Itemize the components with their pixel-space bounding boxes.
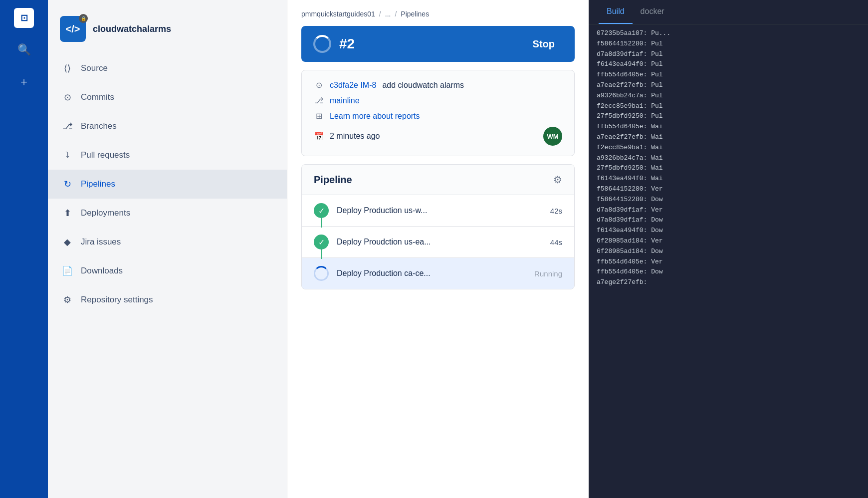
sidebar-item-commits[interactable]: ⊙ Commits bbox=[48, 83, 287, 112]
learn-more-row: ⊞ Learn more about reports bbox=[314, 111, 562, 121]
step-time-2: 44s bbox=[550, 238, 562, 247]
search-icon[interactable]: 🔍 bbox=[14, 40, 34, 60]
pipelines-icon: ↻ bbox=[62, 179, 73, 190]
step-wrapper-3: Deploy Production ca-ce... Running bbox=[302, 257, 574, 289]
right-panel-tabs: Build docker bbox=[589, 0, 868, 24]
step-name-2: Deploy Proudction us-ea... bbox=[337, 238, 542, 247]
sidebar-item-branches[interactable]: ⎇ Branches bbox=[48, 112, 287, 141]
log-line: ffb554d6405e: Pul bbox=[597, 70, 860, 80]
sidebar-label-settings: Repository settings bbox=[81, 295, 153, 305]
tab-build[interactable]: Build bbox=[599, 0, 633, 24]
log-line: f58644152280: Pul bbox=[597, 39, 860, 49]
step-check-success-2: ✓ bbox=[314, 235, 329, 249]
sidebar-label-branches: Branches bbox=[81, 121, 117, 131]
commit-message: add cloudwatch alarms bbox=[382, 81, 464, 90]
log-line: f6143ea494f0: Pul bbox=[597, 59, 860, 70]
sidebar-item-downloads[interactable]: 📄 Downloads bbox=[48, 256, 287, 285]
repo-icon-text: </> bbox=[66, 23, 80, 35]
log-line: ffb554d6405e: Dow bbox=[597, 267, 860, 277]
avatar: WM bbox=[543, 127, 562, 146]
pipeline-header-left: #2 bbox=[313, 35, 355, 53]
sidebar-label-jira: Jira issues bbox=[81, 237, 121, 247]
log-line: f6143ea494f0: Wai bbox=[597, 174, 860, 184]
commit-hash: c3dfa2e bbox=[330, 81, 358, 89]
jira-icon: ◆ bbox=[62, 237, 73, 248]
log-line: f2ecc85e9ba1: Wai bbox=[597, 143, 860, 153]
commit-ref-label: IM-8 bbox=[360, 81, 376, 89]
sidebar-item-source[interactable]: ⟨⟩ Source bbox=[48, 54, 287, 83]
downloads-icon: 📄 bbox=[62, 265, 73, 276]
time-avatar-row: 📅 2 minutes ago WM bbox=[314, 127, 562, 146]
lock-badge: 🔒 bbox=[79, 14, 88, 23]
log-line: 6f28985ad184: Dow bbox=[597, 247, 860, 257]
time-ago: 2 minutes ago bbox=[330, 132, 380, 141]
sidebar-item-deployments[interactable]: ⬆ Deployments bbox=[48, 199, 287, 228]
commit-hash-link[interactable]: c3dfa2e IM-8 bbox=[330, 81, 376, 90]
log-line: d7a8d39df1af: Pul bbox=[597, 49, 860, 60]
breadcrumb-sep-1: / bbox=[379, 10, 381, 18]
create-icon[interactable]: ＋ bbox=[14, 72, 34, 92]
nav-logo[interactable]: ⊡ bbox=[14, 8, 34, 28]
log-line: d7a8d39df1af: Dow bbox=[597, 215, 860, 226]
step-check-success-1: ✓ bbox=[314, 203, 329, 218]
log-line: a9326bb24c7a: Pul bbox=[597, 91, 860, 101]
commit-icon: ⊙ bbox=[314, 80, 324, 90]
repo-header: </> 🔒 cloudwatchalarms bbox=[48, 10, 287, 54]
log-line: a7eae2f27efb: Wai bbox=[597, 132, 860, 143]
branch-icon: ⎇ bbox=[314, 96, 324, 105]
log-line: a7ege2f27efb: bbox=[597, 277, 860, 288]
sidebar-label-deployments: Deployments bbox=[81, 208, 130, 218]
log-line: a7eae2f27efb: Pul bbox=[597, 80, 860, 91]
log-line: f2ecc85e9ba1: Pul bbox=[597, 101, 860, 112]
breadcrumb-part-1: pmmquickstartguides01 bbox=[301, 10, 375, 18]
breadcrumb-part-2: ... bbox=[385, 10, 391, 18]
pull-requests-icon: ⤵ bbox=[62, 150, 73, 161]
clock-icon: 📅 bbox=[314, 132, 324, 141]
pipeline-settings-icon[interactable]: ⚙ bbox=[553, 174, 562, 186]
bitbucket-logo-icon: ⊡ bbox=[20, 12, 28, 23]
branch-info-row: ⎇ mainline bbox=[314, 96, 562, 105]
learn-more-link[interactable]: Learn more about reports bbox=[330, 112, 420, 121]
step-item-3[interactable]: Deploy Production ca-ce... Running bbox=[302, 257, 574, 289]
repo-icon[interactable]: </> 🔒 bbox=[60, 16, 86, 42]
step-name-3: Deploy Production ca-ce... bbox=[337, 269, 526, 278]
log-line: d7a8d39df1af: Ver bbox=[597, 205, 860, 216]
breadcrumb: pmmquickstartguides01 / ... / Pipelines bbox=[287, 0, 589, 26]
step-item-1[interactable]: ✓ Deploy Production us-w... 42s bbox=[302, 195, 574, 226]
pipeline-header-card: #2 Stop bbox=[301, 26, 575, 62]
step-name-1: Deploy Production us-w... bbox=[337, 206, 542, 215]
sidebar-item-jira-issues[interactable]: ◆ Jira issues bbox=[48, 228, 287, 256]
deployments-icon: ⬆ bbox=[62, 208, 73, 219]
sidebar-label-downloads: Downloads bbox=[81, 266, 123, 276]
sidebar-label-source: Source bbox=[81, 63, 108, 73]
log-line: f6143ea494f0: Dow bbox=[597, 226, 860, 236]
log-line: f58644152280: Ver bbox=[597, 184, 860, 195]
sidebar-item-pull-requests[interactable]: ⤵ Pull requests bbox=[48, 141, 287, 170]
pipeline-steps-header: Pipeline ⚙ bbox=[302, 165, 574, 195]
breadcrumb-sep-2: / bbox=[395, 10, 397, 18]
step-item-2[interactable]: ✓ Deploy Proudction us-ea... 44s bbox=[302, 226, 574, 257]
step-check-running-3 bbox=[314, 266, 329, 281]
pipeline-number: #2 bbox=[339, 36, 355, 52]
sidebar-item-repository-settings[interactable]: ⚙ Repository settings bbox=[48, 285, 287, 314]
pipeline-info-card: ⊙ c3dfa2e IM-8 add cloudwatch alarms ⎇ m… bbox=[301, 70, 575, 156]
log-line: a9326bb24c7a: Wai bbox=[597, 153, 860, 164]
log-line: ffb554d6405e: Ver bbox=[597, 257, 860, 267]
step-time-1: 42s bbox=[550, 207, 562, 215]
branches-icon: ⎇ bbox=[62, 121, 73, 132]
pipeline-steps-title: Pipeline bbox=[314, 174, 352, 186]
repo-name: cloudwatchalarms bbox=[93, 24, 171, 34]
commit-info-row: ⊙ c3dfa2e IM-8 add cloudwatch alarms bbox=[314, 80, 562, 90]
tab-docker[interactable]: docker bbox=[633, 0, 672, 24]
stop-button[interactable]: Stop bbox=[525, 35, 563, 53]
log-line: 27f5dbfd9250: Wai bbox=[597, 163, 860, 174]
step-wrapper-2: ✓ Deploy Proudction us-ea... 44s bbox=[302, 226, 574, 257]
steps-list: ✓ Deploy Production us-w... 42s ✓ Deploy… bbox=[302, 195, 574, 289]
sidebar-item-pipelines[interactable]: ↻ Pipelines bbox=[48, 170, 287, 199]
log-line: 07235b5aa107: Pu... bbox=[597, 28, 860, 39]
log-line: ffb554d6405e: Wai bbox=[597, 122, 860, 132]
branch-link[interactable]: mainline bbox=[330, 96, 360, 105]
sidebar-label-pull-requests: Pull requests bbox=[81, 150, 130, 160]
commits-icon: ⊙ bbox=[62, 92, 73, 103]
log-line: 27f5dbfd9250: Pul bbox=[597, 111, 860, 122]
